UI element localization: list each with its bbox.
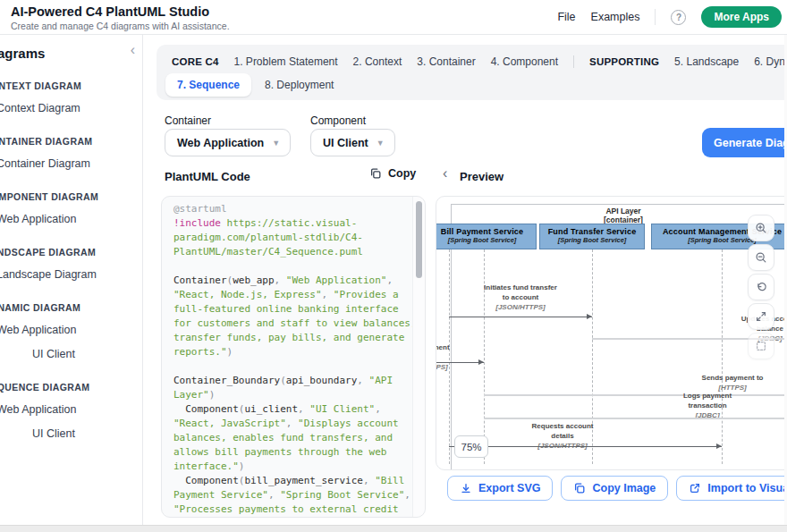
message-protocol: [JSON/HTTPS]: [453, 302, 588, 312]
sidebar-list: CONTEXT DIAGRAMContext DiagramCONTAINER …: [0, 76, 143, 445]
message-label: Logs payment transaction[JDBC]: [640, 391, 774, 420]
message-label: Initiates fund transfer to account[JSON/…: [453, 283, 588, 312]
sidebar-section-header: CONTEXT DIAGRAM: [0, 76, 143, 96]
code-line: @startuml: [173, 202, 417, 216]
zoom-in-icon[interactable]: [748, 215, 774, 241]
sidebar: Diagrams ‹ CONTEXT DIAGRAMContext Diagra…: [0, 35, 143, 525]
reset-icon: [755, 281, 767, 293]
code-line: [173, 359, 417, 374]
sidebar-section-header: DYNAMIC DIAGRAM: [0, 298, 143, 317]
arrowhead-icon: [716, 443, 722, 449]
menu-examples[interactable]: Examples: [591, 11, 640, 23]
tab-group-divider: [573, 55, 574, 68]
main-content: CORE C41. Problem Statement2. Context3. …: [144, 35, 787, 525]
participant-name: Fund Transfer Service: [540, 227, 644, 236]
participant-name: Bill Payment Service: [436, 227, 536, 236]
chevron-left-icon[interactable]: ‹: [443, 166, 447, 181]
copy-image-button[interactable]: Copy Image: [561, 476, 668, 501]
tab-4-component[interactable]: 4. Component: [491, 55, 558, 68]
tab-3-container[interactable]: 3. Container: [417, 55, 475, 68]
copy-icon: [369, 167, 382, 180]
component-select-value: UI Client: [323, 137, 368, 149]
message-text: Requests account details: [491, 421, 634, 441]
import-to-visual-paradigm-button[interactable]: Import to Visual Paradigm: [676, 476, 787, 501]
component-select[interactable]: UI Client ▼: [310, 129, 395, 156]
code-line: Component(bill_payment_service, "Bill Pa…: [173, 474, 417, 518]
sidebar-item-ui-client[interactable]: UI Client: [0, 421, 143, 445]
message-text: Logs payment transaction: [640, 391, 774, 410]
sidebar-section-dynamic-diagram: DYNAMIC DIAGRAMWeb ApplicationUI Client: [0, 298, 143, 366]
code-line: Component(ui_client, "UI Client", "React…: [173, 402, 417, 474]
sidebar-title: Diagrams: [0, 42, 143, 64]
participant-bill-payment-service: Bill Payment Service[Spring Boot Service…: [436, 224, 537, 249]
message-text: Initiates fund transfer to account: [453, 283, 588, 302]
message-line: [449, 446, 722, 447]
sidebar-item-ui-client[interactable]: UI Client: [0, 342, 143, 366]
sidebar-item-context-diagram[interactable]: Context Diagram: [0, 96, 143, 120]
plantuml-code-panel[interactable]: @startuml!include https://static.visual-…: [161, 196, 426, 518]
code-editor[interactable]: @startuml!include https://static.visual-…: [173, 202, 417, 518]
code-scrollbar-thumb[interactable]: [416, 201, 422, 278]
zoom-level-badge: 75%: [454, 435, 488, 458]
sidebar-section-header: CONTAINER DIAGRAM: [0, 131, 143, 151]
copy-label: Copy: [388, 167, 416, 180]
tab-6-dynamic[interactable]: 6. Dynamic: [754, 55, 787, 68]
component-label: Component: [310, 114, 366, 127]
code-panel-title: PlantUML Code: [165, 170, 250, 183]
container-label: Container: [165, 114, 211, 127]
sidebar-item-web-application[interactable]: Web Application: [0, 317, 143, 342]
sidebar-item-landscape-diagram[interactable]: Landscape Diagram: [0, 262, 143, 286]
chevron-down-icon: ▼: [377, 139, 385, 148]
arrowhead-icon: [587, 314, 592, 319]
button-label: Export SVG: [478, 482, 540, 494]
message-line: [436, 362, 484, 363]
sidebar-item-web-application[interactable]: Web Application: [0, 397, 143, 421]
tab-8-deployment[interactable]: 8. Deployment: [265, 79, 334, 91]
more-apps-button[interactable]: More Apps: [701, 6, 782, 28]
reset-icon[interactable]: [748, 274, 774, 300]
menu-file[interactable]: File: [557, 11, 575, 23]
header-menu: File Examples ? More Apps: [557, 0, 782, 34]
sidebar-item-container-diagram[interactable]: Container Diagram: [0, 151, 143, 175]
app-title: AI-Powered C4 PlantUML Studio: [11, 4, 209, 19]
generate-diagram-button[interactable]: Generate Diagram: [702, 128, 787, 157]
tab-group-supporting: SUPPORTING: [589, 56, 659, 67]
tab-1-problem-statement[interactable]: 1. Problem Statement: [234, 55, 338, 68]
sidebar-section-component-diagram: COMPONENT DIAGRAMWeb Application: [0, 187, 143, 231]
container-select[interactable]: Web Application ▼: [165, 129, 291, 156]
help-circle-icon[interactable]: ?: [671, 10, 686, 25]
export-svg-button[interactable]: Export SVG: [447, 476, 553, 501]
zoom-out-icon[interactable]: [748, 244, 774, 271]
tab-5-landscape[interactable]: 5. Landscape: [674, 55, 739, 68]
horizontal-scrollbar[interactable]: [0, 525, 787, 532]
tab-row-sub: 7. Sequence8. Deployment: [165, 73, 334, 97]
copy-code-button[interactable]: Copy: [369, 167, 416, 180]
tab-7-sequence[interactable]: 7. Sequence: [165, 73, 251, 97]
button-label: Copy Image: [592, 482, 656, 494]
copy-icon: [573, 482, 586, 494]
zoom-in-icon: [755, 222, 767, 234]
boundary-title: API Layer [container]: [451, 207, 787, 224]
message-line: [484, 418, 787, 419]
tab-strip: CORE C41. Problem Statement2. Context3. …: [157, 45, 787, 100]
preview-title: Preview: [460, 170, 504, 183]
fit-icon[interactable]: [748, 333, 774, 359]
diagram-preview-panel[interactable]: API Layer [container] 75% Bill Payment S…: [436, 196, 787, 470]
fit-icon: [755, 340, 767, 352]
code-line: [173, 259, 417, 274]
external-link-icon: [689, 482, 701, 494]
code-scrollbar[interactable]: [412, 197, 425, 517]
zoom-out-icon: [755, 251, 767, 264]
button-label: Import to Visual Paradigm: [707, 482, 787, 494]
sidebar-section-container-diagram: CONTAINER DIAGRAMContainer Diagram: [0, 131, 143, 175]
tab-group-core-c4: CORE C4: [172, 56, 219, 67]
app-subtitle: Create and manage C4 diagrams with AI as…: [11, 21, 230, 31]
message-label: Sends payment for bill[JSON/HTTPS]: [436, 342, 495, 372]
chevron-left-icon[interactable]: ‹: [131, 43, 135, 57]
code-line: Container(web_app, "Web Application", "R…: [173, 274, 417, 359]
sidebar-item-web-application[interactable]: Web Application: [0, 207, 143, 231]
fullscreen-icon[interactable]: [748, 303, 774, 330]
message-protocol: [JSON/HTTPS]: [436, 362, 495, 372]
tab-2-context[interactable]: 2. Context: [353, 55, 402, 68]
code-line: !include https://static.visual-paradigm.…: [173, 216, 417, 259]
